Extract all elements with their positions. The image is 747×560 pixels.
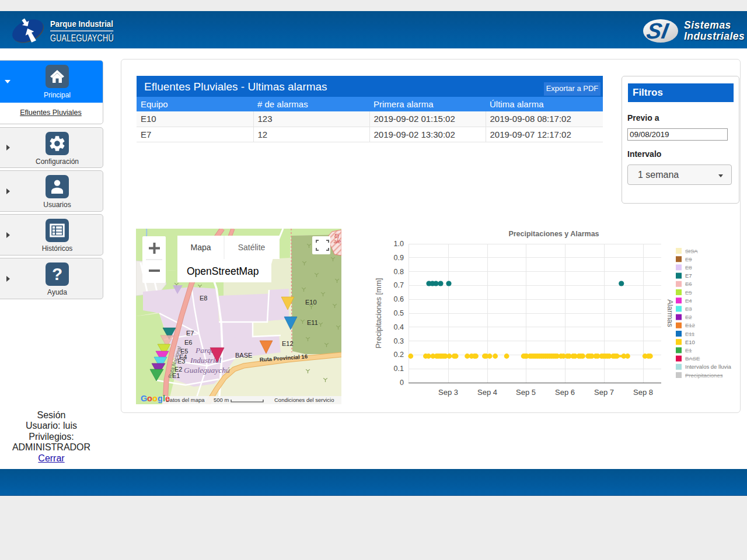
svg-text:E12: E12 — [685, 322, 695, 328]
svg-text:ale: ale — [334, 239, 341, 244]
svg-text:Satélite: Satélite — [238, 243, 266, 252]
svg-text:0.9: 0.9 — [394, 254, 404, 262]
svg-text:Sep 7: Sep 7 — [594, 388, 614, 397]
svg-text:Sep 4: Sep 4 — [477, 388, 497, 397]
svg-text:0.2: 0.2 — [394, 351, 404, 359]
svg-text:G: G — [141, 394, 147, 403]
svg-text:E1: E1 — [685, 347, 692, 354]
svg-text:Precipitaciones y Alarmas: Precipitaciones y Alarmas — [508, 230, 599, 238]
svg-text:E2: E2 — [685, 314, 692, 320]
svg-text:0.4: 0.4 — [394, 323, 404, 331]
svg-text:0.3: 0.3 — [394, 337, 404, 345]
svg-text:0: 0 — [400, 379, 404, 387]
svg-text:E6: E6 — [184, 339, 192, 346]
svg-text:Datos del mapa: Datos del mapa — [166, 397, 205, 403]
svg-text:OpenStreetMap: OpenStreetMap — [187, 265, 259, 277]
svg-text:E6: E6 — [685, 281, 692, 287]
svg-text:0.7: 0.7 — [394, 281, 404, 289]
svg-text:e: e — [165, 394, 170, 403]
svg-text:E11: E11 — [307, 319, 318, 326]
svg-text:Gualeguaychú: Gualeguaychú — [184, 366, 230, 374]
svg-text:E1: E1 — [172, 372, 180, 379]
svg-text:?: ? — [52, 264, 62, 284]
svg-text:500 m: 500 m — [214, 397, 229, 403]
svg-text:Condiciones del servicio: Condiciones del servicio — [274, 397, 334, 403]
svg-text:Sep 6: Sep 6 — [555, 388, 575, 397]
svg-text:BASE: BASE — [235, 352, 252, 359]
svg-text:E5: E5 — [685, 289, 692, 296]
svg-text:E7: E7 — [186, 330, 194, 337]
svg-text:E8: E8 — [200, 295, 207, 302]
svg-text:o: o — [147, 394, 152, 403]
svg-text:Sep 3: Sep 3 — [438, 388, 458, 397]
svg-text:Ej: Ej — [334, 233, 340, 239]
svg-text:0.8: 0.8 — [394, 268, 404, 276]
svg-text:E9: E9 — [685, 256, 692, 262]
svg-text:E12: E12 — [282, 340, 294, 347]
svg-text:E8: E8 — [685, 264, 692, 271]
svg-text:0.5: 0.5 — [394, 309, 404, 317]
svg-text:g: g — [158, 394, 163, 403]
svg-text:E3: E3 — [685, 306, 692, 312]
svg-text:0.6: 0.6 — [394, 295, 404, 303]
svg-text:o: o — [152, 394, 158, 403]
svg-text:Sep 8: Sep 8 — [633, 388, 653, 397]
svg-text:E11: E11 — [685, 331, 694, 337]
svg-text:E7: E7 — [685, 272, 692, 279]
svg-text:E4: E4 — [685, 298, 692, 304]
svg-text:SISA: SISA — [685, 248, 698, 254]
svg-text:Mapa: Mapa — [190, 243, 211, 252]
svg-text:Precipitaciones: Precipitaciones — [685, 372, 723, 379]
svg-text:Sep 5: Sep 5 — [516, 388, 536, 397]
svg-text:Intervalos de lluvia: Intervalos de lluvia — [685, 363, 731, 370]
svg-text:1.0: 1.0 — [394, 240, 404, 248]
svg-text:0.1: 0.1 — [394, 365, 404, 373]
svg-text:E3: E3 — [177, 358, 185, 365]
svg-text:Alarmas: Alarmas — [666, 299, 675, 327]
svg-text:BASE: BASE — [685, 355, 700, 362]
svg-text:E10: E10 — [685, 339, 695, 345]
svg-text:E10: E10 — [305, 299, 317, 306]
svg-text:Precipitaciones [mm]: Precipitaciones [mm] — [374, 278, 383, 349]
